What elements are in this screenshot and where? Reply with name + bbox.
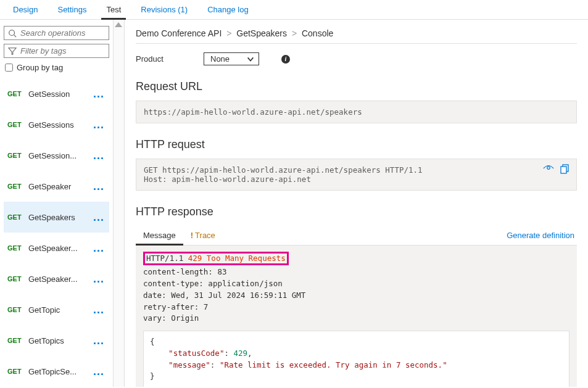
tab-trace[interactable]: !Trace	[183, 226, 223, 245]
http-response-heading: HTTP response	[136, 205, 577, 218]
response-tabs: Message !Trace Generate definition	[136, 226, 577, 246]
operation-name: GetSessions	[28, 120, 93, 130]
more-icon[interactable]: ...	[93, 118, 109, 131]
tab-changelog[interactable]: Change log	[197, 0, 259, 19]
search-operations-input[interactable]	[20, 28, 105, 38]
tab-settings[interactable]: Settings	[48, 0, 96, 19]
method-badge: GET	[7, 306, 28, 313]
more-icon[interactable]: ...	[93, 334, 109, 347]
filter-tags-input[interactable]	[20, 46, 105, 56]
group-by-tag-row[interactable]: Group by tag	[4, 62, 109, 78]
response-headers: content-length: 83 content-type: applica…	[143, 266, 569, 324]
svg-line-1	[14, 35, 17, 37]
operations-list: GET GetSession ... GET GetSessions ... G…	[4, 78, 109, 387]
info-icon[interactable]: i	[281, 55, 290, 64]
operation-item[interactable]: GET GetSession ...	[4, 78, 109, 109]
product-select-value: None	[210, 54, 230, 64]
product-row: Product None i	[136, 52, 577, 65]
method-badge: GET	[7, 152, 28, 159]
reveal-icon[interactable]	[543, 164, 554, 176]
operation-name: GetSession...	[28, 151, 93, 160]
operation-name: GetSpeakers	[28, 213, 93, 222]
operation-name: GetSpeaker...	[28, 244, 93, 253]
more-icon[interactable]: ...	[93, 242, 109, 255]
product-label: Product	[136, 54, 185, 64]
scroll-up-icon[interactable]	[115, 22, 122, 27]
more-icon[interactable]: ...	[93, 211, 109, 224]
http-request-text: GET https://apim-hello-world.azure-api.n…	[144, 165, 423, 184]
chevron-down-icon	[246, 55, 255, 64]
product-select[interactable]: None	[204, 52, 259, 65]
more-icon[interactable]: ...	[93, 149, 109, 162]
more-icon[interactable]: ...	[93, 273, 109, 286]
breadcrumb: Demo Conference API > GetSpeakers > Cons…	[136, 28, 577, 44]
svg-point-0	[9, 30, 15, 35]
tab-revisions[interactable]: Revisions (1)	[131, 0, 197, 19]
method-badge: GET	[7, 244, 28, 252]
method-badge: GET	[7, 183, 28, 190]
main-panel: Demo Conference API > GetSpeakers > Cons…	[125, 20, 588, 387]
operation-item[interactable]: GET GetSpeaker ...	[4, 171, 109, 202]
method-badge: GET	[7, 121, 28, 128]
operation-item[interactable]: GET GetTopicSe... ...	[4, 356, 109, 387]
response-status-line: HTTP/1.1 429 Too Many Requests	[143, 252, 289, 265]
tab-design[interactable]: Design	[3, 0, 48, 19]
operation-name: GetTopicSe...	[28, 367, 93, 376]
json-key: "message"	[168, 360, 210, 369]
tab-trace-label: Trace	[195, 231, 215, 240]
method-badge: GET	[7, 275, 28, 283]
warning-icon: !	[191, 231, 193, 240]
more-icon[interactable]: ...	[93, 180, 109, 193]
search-icon	[8, 29, 17, 38]
top-nav: Design Settings Test Revisions (1) Chang…	[0, 0, 588, 20]
json-key: "statusCode"	[168, 349, 224, 358]
operation-name: GetSpeaker...	[28, 274, 93, 284]
tab-test[interactable]: Test	[96, 0, 131, 19]
breadcrumb-op[interactable]: GetSpeakers	[236, 28, 287, 38]
operation-name: GetTopic	[28, 305, 93, 315]
group-by-tag-checkbox[interactable]	[5, 64, 13, 72]
operation-item[interactable]: GET GetTopic ...	[4, 294, 109, 325]
method-badge: GET	[7, 368, 28, 375]
response-status: 429 Too Many Requests	[188, 254, 286, 263]
filter-tags-input-wrap[interactable]	[4, 44, 109, 58]
operation-item[interactable]: GET GetSessions ...	[4, 109, 109, 140]
response-body: HTTP/1.1 429 Too Many Requests content-l…	[136, 246, 577, 387]
tab-message[interactable]: Message	[136, 226, 183, 245]
http-request-box: GET https://apim-hello-world.azure-api.n…	[136, 159, 577, 191]
operation-item[interactable]: GET GetTopics ...	[4, 325, 109, 356]
response-proto: HTTP/1.1	[146, 254, 188, 263]
more-icon[interactable]: ...	[93, 303, 109, 316]
svg-rect-5	[561, 167, 566, 173]
request-url-box: https://apim-hello-world.azure-api.net/s…	[136, 101, 577, 123]
operation-item[interactable]: GET GetSpeaker... ...	[4, 263, 109, 294]
search-operations-input-wrap[interactable]	[4, 26, 109, 40]
group-by-tag-label: Group by tag	[17, 63, 63, 72]
breadcrumb-page: Console	[302, 28, 333, 38]
operation-name: GetSession	[28, 89, 93, 99]
chevron-right-icon: >	[289, 28, 299, 38]
request-url-heading: Request URL	[136, 80, 577, 93]
operation-name: GetTopics	[28, 336, 93, 345]
operation-item[interactable]: GET GetSpeaker... ...	[4, 233, 109, 263]
operation-name: GetSpeaker	[28, 182, 93, 191]
response-json: { "statusCode": 429, "message": "Rate li…	[143, 331, 569, 387]
generate-definition-link[interactable]: Generate definition	[504, 226, 577, 245]
http-request-heading: HTTP request	[136, 138, 577, 151]
copy-icon[interactable]	[560, 164, 570, 176]
method-badge: GET	[7, 90, 28, 97]
filter-icon	[8, 47, 17, 56]
sidebar: Group by tag GET GetSession ... GET GetS…	[0, 20, 114, 387]
sidebar-scrollbar[interactable]	[114, 20, 125, 387]
svg-point-3	[547, 167, 550, 170]
more-icon[interactable]: ...	[93, 365, 109, 378]
json-value: 429	[233, 349, 247, 358]
operation-item[interactable]: GET GetSession... ...	[4, 140, 109, 171]
json-value: "Rate limit is exceeded. Try again in 7 …	[220, 360, 447, 369]
more-icon[interactable]: ...	[93, 88, 109, 101]
chevron-right-icon: >	[224, 28, 234, 38]
method-badge: GET	[7, 213, 28, 221]
breadcrumb-api[interactable]: Demo Conference API	[136, 28, 222, 38]
operation-item[interactable]: GET GetSpeakers ...	[4, 202, 109, 233]
svg-marker-2	[9, 47, 16, 54]
